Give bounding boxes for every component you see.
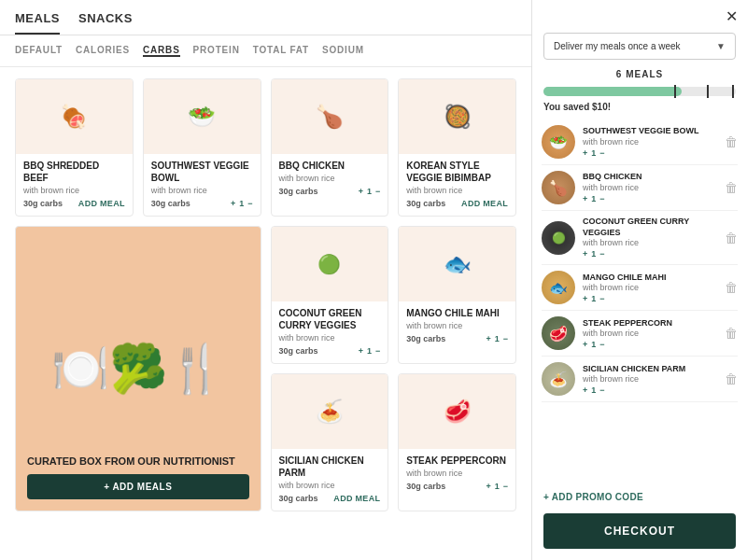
progress-marker-1 — [674, 85, 676, 98]
qty-plus-sw-veggie[interactable]: + — [231, 199, 235, 208]
cart-minus-coconut[interactable]: − — [599, 249, 604, 259]
cart-item-sub-steak: with brown rice — [583, 329, 717, 338]
meal-sub-coconut: with brown rice — [279, 333, 381, 343]
meal-card-sicilian[interactable]: 🍝 SICILIAN CHICKEN PARM with brown rice … — [271, 373, 389, 511]
cart-delete-coconut[interactable]: 🗑 — [725, 231, 738, 245]
cart-item-info-coconut: COCONUT GREEN CURRY VEGGIES with brown r… — [583, 217, 717, 259]
filter-sodium[interactable]: SODIUM — [322, 45, 364, 57]
qty-steak[interactable]: + 1 − — [486, 482, 508, 491]
progress-marker-3 — [732, 85, 734, 98]
qty-minus-steak[interactable]: − — [503, 482, 508, 491]
meal-footer-steak: 30g carbs + 1 − — [406, 482, 508, 491]
cart-minus-sicilian[interactable]: − — [599, 385, 604, 395]
qty-coconut[interactable]: + 1 − — [359, 346, 381, 356]
cart-plus-sicilian[interactable]: + — [583, 385, 587, 395]
cart-minus-steak[interactable]: − — [599, 340, 604, 349]
cart-item-sub-sw-veggie: with brown rice — [583, 137, 717, 147]
cart-item-qty-sw-veggie[interactable]: + 1 − — [583, 148, 717, 158]
qty-mango[interactable]: + 1 − — [486, 334, 508, 343]
cart-item-name-bbq-chicken: BBQ CHICKEN — [583, 172, 717, 183]
meal-image-sicilian: 🍝 — [272, 374, 388, 449]
cart-minus-bbq-chicken[interactable]: − — [599, 194, 604, 203]
qty-sw-veggie[interactable]: + 1 − — [231, 199, 253, 208]
filter-calories[interactable]: CALORIES — [76, 45, 130, 57]
cart-num-mango: 1 — [591, 294, 596, 303]
add-meal-korean[interactable]: ADD MEAL — [461, 199, 508, 208]
meal-card-curated[interactable]: 🍽️🥦🍴 CURATED BOX FROM OUR NUTRITIONIST +… — [15, 226, 261, 511]
qty-bbq-chicken[interactable]: + 1 − — [359, 187, 381, 196]
qty-plus-steak[interactable]: + — [486, 482, 490, 491]
meal-card-coconut[interactable]: 🟢 COCONUT GREEN CURRY VEGGIES with brown… — [271, 226, 389, 364]
carbs-coconut: 30g carbs — [279, 346, 318, 356]
delivery-dropdown[interactable]: Deliver my meals once a week ▼ — [543, 33, 736, 60]
cart-item-sub-sicilian: with brown rice — [583, 374, 717, 384]
meal-name-mango: MANGO CHILE MAHI — [406, 307, 508, 319]
cart-item-qty-coconut[interactable]: + 1 − — [583, 249, 717, 259]
qty-minus-mango[interactable]: − — [503, 334, 508, 343]
add-meal-sicilian[interactable]: ADD MEAL — [333, 494, 380, 503]
meal-card-steak[interactable]: 🥩 STEAK PEPPERCORN with brown rice 30g c… — [398, 373, 516, 511]
cart-item-qty-steak[interactable]: + 1 − — [583, 340, 717, 349]
cart-delete-steak[interactable]: 🗑 — [725, 326, 738, 341]
meal-info-sicilian: SICILIAN CHICKEN PARM with brown rice 30… — [272, 449, 388, 511]
qty-minus-coconut[interactable]: − — [375, 346, 380, 356]
cart-item-sub-bbq-chicken: with brown rice — [583, 183, 717, 192]
carbs-korean: 30g carbs — [406, 199, 445, 208]
cart-plus-bbq-chicken[interactable]: + — [583, 194, 587, 203]
meal-card-bbq-chicken[interactable]: 🍗 BBQ CHICKEN with brown rice 30g carbs … — [271, 78, 389, 217]
meal-footer-korean: 30g carbs ADD MEAL — [406, 199, 508, 208]
meal-card-bbq-beef[interactable]: 🍖 BBQ SHREDDED BEEF with brown rice 30g … — [15, 78, 134, 217]
meal-info-coconut: COCONUT GREEN CURRY VEGGIES with brown r… — [272, 301, 388, 363]
qty-minus-bbq-chicken[interactable]: − — [375, 187, 380, 196]
cart-minus-sw-veggie[interactable]: − — [599, 148, 604, 158]
cart-item-steak: 🥩 STEAK PEPPERCORN with brown rice + 1 −… — [542, 311, 738, 357]
cart-minus-mango[interactable]: − — [599, 294, 604, 303]
cart-plus-steak[interactable]: + — [583, 340, 587, 349]
qty-plus-coconut[interactable]: + — [359, 346, 363, 356]
meal-card-korean[interactable]: 🥘 KOREAN STYLE VEGGIE BIBIMBAP with brow… — [398, 78, 516, 217]
qty-num-bbq-chicken: 1 — [367, 187, 372, 196]
carbs-bbq-beef: 30g carbs — [23, 199, 63, 208]
meal-card-mango[interactable]: 🐟 MANGO CHILE MAHI with brown rice 30g c… — [398, 226, 516, 364]
cart-plus-sw-veggie[interactable]: + — [583, 148, 587, 158]
cart-item-qty-mango[interactable]: + 1 − — [583, 294, 717, 303]
cart-delete-bbq-chicken[interactable]: 🗑 — [725, 180, 738, 195]
cart-delete-mango[interactable]: 🗑 — [725, 280, 738, 295]
tab-snacks[interactable]: SNACKS — [78, 11, 133, 35]
meal-image-bbq-beef: 🍖 — [16, 79, 133, 154]
promo-link[interactable]: + ADD PROMO CODE — [532, 483, 747, 508]
checkout-button[interactable]: CHECKOUT — [543, 513, 736, 549]
filter-carbs[interactable]: CARBS — [143, 45, 180, 57]
carbs-sw-veggie: 30g carbs — [151, 199, 190, 208]
cart-item-name-mango: MANGO CHILE MAHI — [583, 273, 717, 284]
meal-card-sw-veggie[interactable]: 🥗 SOUTHWEST VEGGIE BOWL with brown rice … — [143, 78, 261, 217]
right-panel: ✕ Deliver my meals once a week ▼ 6 MEALS… — [532, 0, 747, 560]
add-meals-button[interactable]: + ADD MEALS — [27, 474, 249, 499]
carbs-steak: 30g carbs — [406, 482, 445, 491]
progress-bar-container — [543, 87, 736, 96]
qty-plus-bbq-chicken[interactable]: + — [359, 187, 363, 196]
qty-num-mango: 1 — [495, 334, 500, 343]
cart-item-sicilian: 🍝 SICILIAN CHICKEN PARM with brown rice … — [542, 357, 738, 402]
cart-item-qty-bbq-chicken[interactable]: + 1 − — [583, 194, 717, 203]
meal-image-korean: 🥘 — [399, 79, 515, 154]
qty-minus-sw-veggie[interactable]: − — [247, 199, 252, 208]
qty-plus-mango[interactable]: + — [486, 334, 490, 343]
cart-plus-coconut[interactable]: + — [583, 249, 587, 259]
close-button[interactable]: ✕ — [726, 7, 738, 25]
cart-item-img-mango: 🐟 — [542, 271, 575, 304]
meal-image-bbq-chicken: 🍗 — [272, 79, 388, 154]
filter-protein[interactable]: PROTEIN — [193, 45, 240, 57]
cart-plus-mango[interactable]: + — [583, 294, 587, 303]
meal-info-bbq-beef: BBQ SHREDDED BEEF with brown rice 30g ca… — [16, 154, 133, 216]
cart-num-sicilian: 1 — [591, 385, 596, 395]
tab-meals[interactable]: MEALS — [15, 11, 60, 35]
filter-default[interactable]: DEFAULT — [15, 45, 63, 57]
filter-total-fat[interactable]: TOTAL FAT — [253, 45, 309, 57]
cart-item-name-sw-veggie: SOUTHWEST VEGGIE BOWL — [583, 126, 717, 137]
meal-name-coconut: COCONUT GREEN CURRY VEGGIES — [279, 307, 381, 331]
cart-item-qty-sicilian[interactable]: + 1 − — [583, 385, 717, 395]
cart-delete-sw-veggie[interactable]: 🗑 — [725, 134, 738, 149]
cart-delete-sicilian[interactable]: 🗑 — [725, 371, 738, 386]
add-meal-bbq-beef[interactable]: ADD MEAL — [78, 199, 125, 208]
